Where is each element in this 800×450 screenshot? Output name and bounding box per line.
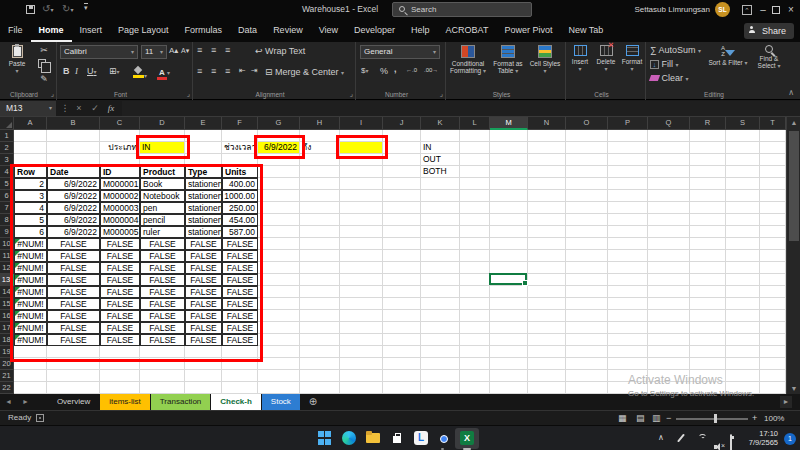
cell-styles-button[interactable]: Cell Styles ▾: [528, 44, 562, 75]
cell-M4[interactable]: [490, 166, 528, 178]
cell-N14[interactable]: [528, 286, 566, 298]
cell-L13[interactable]: [460, 274, 490, 286]
number-dialog-launcher-icon[interactable]: ⌟: [440, 90, 443, 98]
cell-C5[interactable]: M000001: [100, 178, 140, 190]
ribbon-tab-view[interactable]: View: [311, 20, 346, 42]
zoom-out-icon[interactable]: −: [666, 413, 671, 423]
cell-Q2[interactable]: [648, 142, 690, 154]
cell-P11[interactable]: [608, 250, 648, 262]
cell-L15[interactable]: [460, 298, 490, 310]
cell-P18[interactable]: [608, 334, 648, 346]
cell-O5[interactable]: [566, 178, 608, 190]
cell-L16[interactable]: [460, 310, 490, 322]
cell-I14[interactable]: [340, 286, 383, 298]
cell-F10[interactable]: FALSE: [222, 238, 258, 250]
cell-Q10[interactable]: [648, 238, 690, 250]
col-header-R[interactable]: R: [690, 117, 726, 130]
cell-H9[interactable]: [300, 226, 340, 238]
insert-function-icon[interactable]: fx: [104, 101, 118, 116]
cell-O7[interactable]: [566, 202, 608, 214]
cell-S18[interactable]: [726, 334, 760, 346]
cell-P21[interactable]: [608, 370, 648, 382]
cell-E7[interactable]: stationery: [185, 202, 222, 214]
cell-B14[interactable]: FALSE: [47, 286, 100, 298]
row-header-3[interactable]: 3: [0, 154, 14, 166]
cell-D5[interactable]: Book: [140, 178, 185, 190]
cell-F6[interactable]: 1000.00: [222, 190, 258, 202]
cell-M14[interactable]: [490, 286, 528, 298]
cell-O2[interactable]: [566, 142, 608, 154]
cell-L22[interactable]: [460, 382, 490, 394]
cell-L14[interactable]: [460, 286, 490, 298]
vertical-scrollbar[interactable]: ▲ ▼: [786, 117, 800, 394]
cell-G3[interactable]: [258, 154, 300, 166]
cell-H7[interactable]: [300, 202, 340, 214]
row-header-21[interactable]: 21: [0, 370, 14, 382]
row-header-5[interactable]: 5: [0, 178, 14, 190]
cell-Q7[interactable]: [648, 202, 690, 214]
cell-O12[interactable]: [566, 262, 608, 274]
cell-A3[interactable]: [14, 154, 47, 166]
cell-S20[interactable]: [726, 358, 760, 370]
cell-R16[interactable]: [690, 310, 726, 322]
row-header-6[interactable]: 6: [0, 190, 14, 202]
align-center-icon[interactable]: ≡: [211, 66, 216, 76]
cell-S3[interactable]: [726, 154, 760, 166]
cell-A22[interactable]: [14, 382, 47, 394]
cell-G14[interactable]: [258, 286, 300, 298]
normal-view-icon[interactable]: ▦: [618, 413, 627, 423]
cell-B1[interactable]: [47, 130, 100, 142]
autosum-button[interactable]: ∑ AutoSum ▾: [650, 45, 706, 55]
cell-P3[interactable]: [608, 154, 648, 166]
cell-K7[interactable]: [421, 202, 460, 214]
col-header-Q[interactable]: Q: [648, 117, 690, 130]
cell-T15[interactable]: [760, 298, 786, 310]
cell-L5[interactable]: [460, 178, 490, 190]
cell-D4[interactable]: Product: [140, 166, 185, 178]
font-name-select[interactable]: Calibri▾: [60, 45, 138, 59]
page-break-view-icon[interactable]: ▥: [652, 413, 661, 423]
cell-E15[interactable]: FALSE: [185, 298, 222, 310]
cell-B2[interactable]: [47, 142, 100, 154]
col-header-H[interactable]: H: [300, 117, 340, 130]
cell-Q1[interactable]: [648, 130, 690, 142]
cell-D15[interactable]: FALSE: [140, 298, 185, 310]
cell-E3[interactable]: [185, 154, 222, 166]
row-header-10[interactable]: 10: [0, 238, 14, 250]
cell-Q20[interactable]: [648, 358, 690, 370]
cell-T22[interactable]: [760, 382, 786, 394]
row-header-16[interactable]: 16: [0, 310, 14, 322]
cell-A15[interactable]: #NUM!: [14, 298, 47, 310]
cell-B17[interactable]: FALSE: [47, 322, 100, 334]
cell-D2[interactable]: IN: [140, 142, 185, 154]
cell-P8[interactable]: [608, 214, 648, 226]
col-header-J[interactable]: J: [383, 117, 421, 130]
new-sheet-icon[interactable]: ⊕: [301, 394, 325, 410]
battery-icon[interactable]: [730, 434, 732, 450]
name-box[interactable]: M13▾: [0, 101, 56, 116]
cell-B22[interactable]: [47, 382, 100, 394]
cell-T9[interactable]: [760, 226, 786, 238]
accounting-format-icon[interactable]: $▾: [361, 66, 368, 75]
cell-G19[interactable]: [258, 346, 300, 358]
align-bottom-icon[interactable]: ≡: [225, 45, 230, 55]
cell-A11[interactable]: #NUM!: [14, 250, 47, 262]
share-button[interactable]: Share: [744, 23, 794, 39]
cell-G4[interactable]: [258, 166, 300, 178]
cell-C9[interactable]: M000005: [100, 226, 140, 238]
cell-D18[interactable]: FALSE: [140, 334, 185, 346]
col-header-C[interactable]: C: [100, 117, 140, 130]
cell-H12[interactable]: [300, 262, 340, 274]
cell-E22[interactable]: [185, 382, 222, 394]
cell-G7[interactable]: [258, 202, 300, 214]
cell-N7[interactable]: [528, 202, 566, 214]
font-color-icon[interactable]: A▾: [157, 67, 170, 80]
cell-R19[interactable]: [690, 346, 726, 358]
cell-P16[interactable]: [608, 310, 648, 322]
cell-J19[interactable]: [383, 346, 421, 358]
cell-E9[interactable]: stationery: [185, 226, 222, 238]
row-header-12[interactable]: 12: [0, 262, 14, 274]
cell-F21[interactable]: [222, 370, 258, 382]
cell-F3[interactable]: [222, 154, 258, 166]
cell-P10[interactable]: [608, 238, 648, 250]
